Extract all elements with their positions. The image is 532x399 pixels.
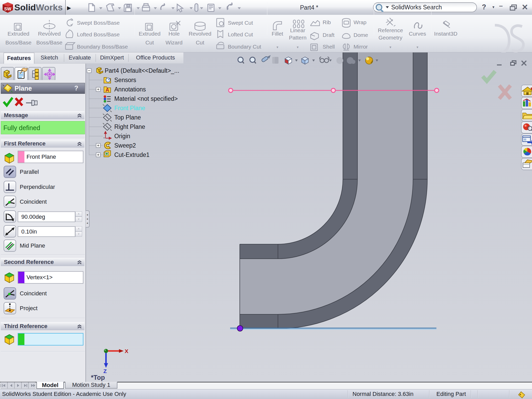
svg-text:Top Plane: Top Plane (114, 114, 141, 121)
svg-text:Z: Z (103, 368, 107, 374)
svg-text:*Top: *Top (91, 374, 105, 381)
svg-text:Material <not specified>: Material <not specified> (114, 95, 178, 102)
svg-text:A: A (105, 87, 109, 93)
svg-text:Origin: Origin (114, 133, 130, 139)
svg-text:Annotations: Annotations (114, 86, 146, 93)
svg-text:SW: SW (4, 6, 11, 11)
svg-text:*: * (103, 136, 105, 141)
svg-text:X: X (125, 348, 128, 354)
svg-text:Front Plane: Front Plane (114, 105, 145, 111)
svg-text:Part4 (Default<<Default>_...: Part4 (Default<<Default>_... (105, 67, 179, 74)
svg-text:Cut-Extrude1: Cut-Extrude1 (114, 151, 150, 158)
svg-text:Sweep2: Sweep2 (114, 142, 136, 149)
svg-text:Right Plane: Right Plane (114, 123, 145, 130)
svg-text:Sensors: Sensors (114, 77, 136, 83)
